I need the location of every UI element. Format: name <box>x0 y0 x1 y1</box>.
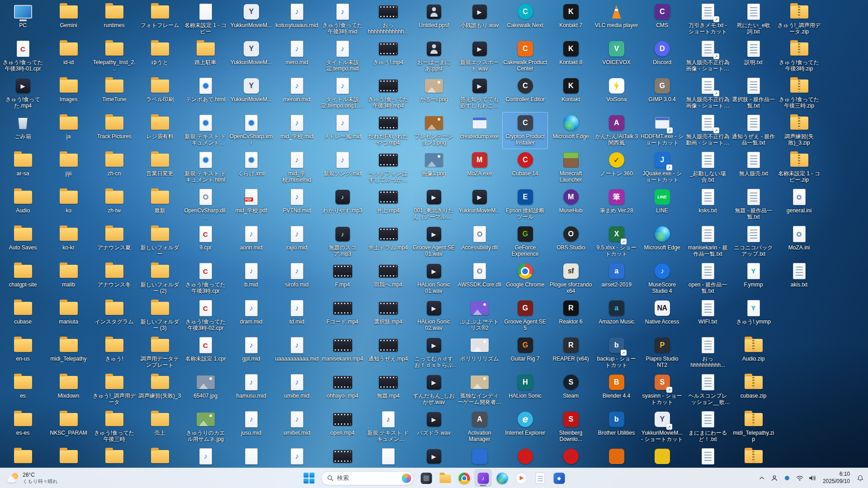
desktop-icon[interactable]: CCubase 14 <box>502 149 548 186</box>
desktop-icon[interactable]: open.mp4 <box>320 408 365 446</box>
desktop-icon[interactable]: chatgpt-site <box>0 260 46 297</box>
desktop-icon[interactable]: ごみ箱 <box>0 112 46 149</box>
desktop-icon[interactable]: CCakewalk Product Center <box>502 38 548 75</box>
tray-app-icon[interactable] <box>781 471 793 485</box>
desktop-icon[interactable]: Microsoft Edge <box>639 223 685 260</box>
desktop-icon[interactable] <box>548 446 594 468</box>
desktop-icon[interactable]: X↗9.5.xlsx - ショートカット <box>594 223 639 260</box>
desktop-icon[interactable]: GGeForce Experience <box>502 223 548 260</box>
desktop-icon[interactable]: SSteinberg Downlo... <box>548 408 594 446</box>
desktop-icon[interactable]: ♪b.mid <box>228 260 274 297</box>
tray-person-icon[interactable] <box>769 471 780 485</box>
desktop-icon[interactable]: ▶きゅう!食ってた.mp4 <box>0 75 46 112</box>
desktop-icon[interactable] <box>137 446 183 468</box>
desktop-icon[interactable]: createdump.exe <box>457 112 502 149</box>
desktop-icon[interactable]: きゅう!_調声用データ <box>91 371 137 408</box>
desktop-icon[interactable]: YF.ymmp <box>731 260 776 297</box>
desktop-icon[interactable]: くらげ.xml <box>228 149 274 186</box>
desktop-icon[interactable]: 画像1.png <box>411 149 457 186</box>
desktop-icon[interactable]: ♪uaaaaaaaaaa.mid <box>274 334 320 371</box>
desktop-icon[interactable]: Auto Saves <box>0 223 46 260</box>
desktop-icon[interactable]: CCakewalk Next <box>502 1 548 38</box>
desktop-icon[interactable]: 名称未設定 1 - コピー.zip <box>776 149 822 186</box>
desktop-icon[interactable]: ▶001_東北きりたん（ノーマル）_今しゃ... <box>411 186 457 223</box>
desktop-icon[interactable]: CController Editor <box>502 75 548 112</box>
desktop-icon[interactable]: Untitled.ppsf <box>411 1 457 38</box>
desktop-icon[interactable]: sfPlogue sforzando x64 <box>548 260 594 297</box>
desktop-icon[interactable]: zh-cn <box>91 149 137 186</box>
desktop-icon[interactable]: ko <box>46 186 91 223</box>
desktop-icon[interactable]: アナウンス冬 <box>91 260 137 297</box>
desktop-icon[interactable]: ✓ノートン 360 <box>594 149 639 186</box>
desktop-icon[interactable]: きゅう!.mp4 <box>365 38 411 75</box>
taskbar-clock[interactable]: 6:10 2025/09/10 <box>819 471 854 485</box>
desktop-icon[interactable]: ▶HALion Sonic 02.wav <box>411 297 457 334</box>
desktop-icon[interactable]: LINELINE <box>639 186 685 223</box>
notification-bell-icon[interactable] <box>854 471 866 485</box>
desktop-icon[interactable]: 筆筆まめ Ver.28 <box>594 186 639 223</box>
desktop-icon[interactable]: es-es <box>0 408 46 446</box>
desktop-icon[interactable]: Yきゅう!.ymmp <box>731 297 776 334</box>
desktop-icon[interactable]: 新規 テキスト ドキュメント (2).html <box>183 112 228 149</box>
desktop-icon[interactable]: プレゼンテーション1.png <box>411 112 457 149</box>
desktop-icon[interactable]: 新しいフォルダー (3) <box>137 297 183 334</box>
desktop-icon[interactable]: GGIMP 3.0.4 <box>639 75 685 112</box>
desktop-icon[interactable]: Y↗YukkuriMovieM... - ショートカット <box>639 408 685 446</box>
desktop-icon[interactable]: b↗backup - ショートカット <box>594 334 639 371</box>
desktop-icon[interactable]: ▶新規エクスポート.wav <box>457 38 502 75</box>
desktop-icon[interactable] <box>0 446 46 468</box>
desktop-icon[interactable]: ♪タイトル未設定.tempo.mid <box>320 38 365 75</box>
desktop-icon[interactable]: 選択肢.mp4 <box>365 297 411 334</box>
desktop-icon[interactable]: 路上駐車 <box>183 38 228 75</box>
wifi-icon[interactable] <box>794 471 806 485</box>
desktop-icon[interactable]: en-us <box>0 334 46 371</box>
desktop-icon[interactable]: ぷよぷよ™テトリス®2 <box>457 297 502 334</box>
desktop-icon[interactable]: 調声用データテンプレート <box>137 334 183 371</box>
desktop-icon[interactable]: GGroove Agent SE 5 <box>502 297 548 334</box>
desktop-icon[interactable]: 営業日変更 <box>137 149 183 186</box>
desktop-icon[interactable]: runtimes <box>91 1 137 38</box>
desktop-icon[interactable]: ♪kotusytuaaus.mid <box>274 1 320 38</box>
desktop-icon[interactable]: 無題 - 親作品一覧.txt <box>731 186 776 223</box>
tray-chevron-up-icon[interactable] <box>756 471 768 485</box>
file-explorer-button[interactable] <box>437 469 454 487</box>
desktop-icon[interactable] <box>731 446 776 468</box>
desktop-icon[interactable]: KKontakt 8 <box>548 38 594 75</box>
desktop-icon[interactable]: 無題.mp4 <box>365 371 411 408</box>
weather-widget[interactable]: 26°C くもり時々晴れ <box>3 470 62 486</box>
desktop-icon[interactable]: Fコード.mp4 <box>320 297 365 334</box>
desktop-icon[interactable]: 新規 テキスト ドキュメント.html <box>183 149 228 186</box>
desktop-icon[interactable]: ▶ずんだもん_しおかぜ.wav <box>411 371 457 408</box>
desktop-icon[interactable]: C名称未設定 1.cpr <box>183 334 228 371</box>
desktop-icon[interactable]: 最新 <box>137 186 183 223</box>
desktop-icon[interactable]: HHALion Sonic <box>502 371 548 408</box>
desktop-icon[interactable]: アナウンス夏 <box>91 223 137 260</box>
desktop-icon[interactable]: YYukkuriMovieM... <box>228 75 274 112</box>
desktop-icon[interactable] <box>594 446 639 468</box>
desktop-icon[interactable]: だれだFXいれたやつ.mp4 <box>365 112 411 149</box>
desktop-icon[interactable]: Audio.zip <box>731 334 776 371</box>
desktop-icon[interactable]: 井上ドラム.mp4 <box>365 223 411 260</box>
desktop-icon[interactable]: 調声練習(失敗)_3.zip <box>776 112 822 149</box>
desktop-icon[interactable]: VVOICEVOX <box>594 38 639 75</box>
desktop-icon[interactable]: id-id <box>46 38 91 75</box>
desktop-icon[interactable] <box>685 446 731 468</box>
desktop-icon[interactable]: Cきゅう!食ってた午後3時-02.cpr <box>183 297 228 334</box>
desktop-icon[interactable]: ▶小銭誰もり.wav <box>457 1 502 38</box>
desktop-icon[interactable]: cubase <box>0 297 46 334</box>
desktop-icon[interactable]: きゅう! <box>91 334 137 371</box>
desktop-icon[interactable]: ゆうと <box>137 38 183 75</box>
desktop-icon[interactable]: open - 親作品一覧.txt <box>685 260 731 297</box>
desktop-icon[interactable]: ↗HDDFMT.exe - ショートカット <box>639 112 685 149</box>
desktop-icon[interactable]: ♪td.mid <box>274 297 320 334</box>
desktop-icon[interactable]: かるーi.png <box>411 75 457 112</box>
desktop-icon[interactable]: インスタグラム <box>91 297 137 334</box>
desktop-icon[interactable]: bBrother Utilities <box>594 408 639 446</box>
desktop-icon[interactable]: ▶パズドラ.wav <box>411 408 457 446</box>
start-button[interactable] <box>301 469 318 487</box>
desktop-icon[interactable]: ↗無人販売不正行為画像 - ショートカット <box>685 75 731 112</box>
desktop-icon[interactable]: ohhayo-.mp4 <box>320 371 365 408</box>
desktop-icon[interactable]: ♪きゅう!食ってた午後3時.mid <box>320 1 365 38</box>
desktop-icon[interactable]: OOBS Studio <box>548 223 594 260</box>
desktop-icon[interactable]: 通知うぜえ - 親作品一覧.txt <box>731 112 776 149</box>
